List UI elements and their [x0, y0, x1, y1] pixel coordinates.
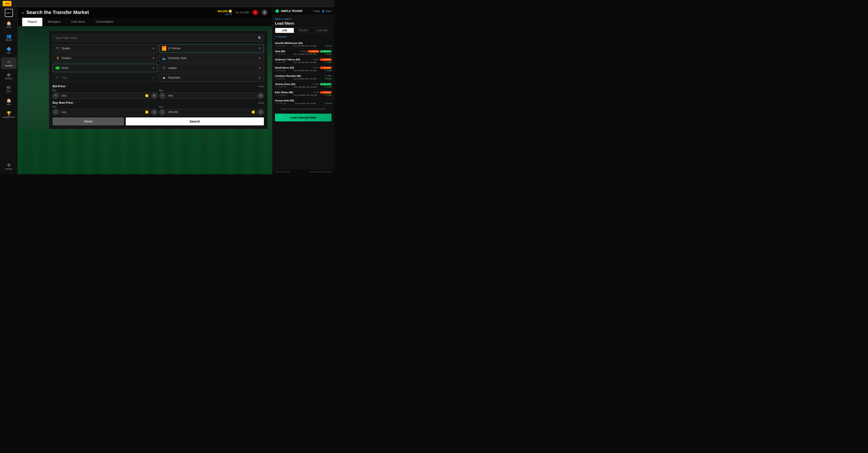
trader-player-item[interactable]: Svenja Huth (85) <~1 mins left Buy <4 10… [275, 98, 332, 106]
buy-min-field[interactable]: Any [60, 109, 150, 115]
bid-min-field[interactable]: Any [60, 92, 150, 99]
special-filter[interactable]: UT UT Heroes ✕ [159, 44, 264, 53]
bid-min-plus-button[interactable]: + [151, 92, 157, 99]
quality-icon: 🛡 [56, 46, 60, 51]
trader-prices: Buy <21 500 Sell ~23 250 [294, 94, 317, 96]
league-filter[interactable]: 🛡 League ▼ [159, 64, 264, 72]
est-date: Est. Oct 2020 [236, 11, 249, 14]
trader-time: ~4 mins left [275, 69, 285, 72]
refresh-button[interactable]: ↻ Refresh [275, 35, 332, 38]
ea-badge: EAUT [5, 9, 13, 17]
pct-badge: ▼ 50% [300, 50, 307, 52]
trader-player-item[interactable]: Saúl (85) ▼ 50%🔺 SUPPLY▲ PROFIT+ ~5 mins… [275, 49, 332, 57]
bid-max-minus-button[interactable]: − [159, 92, 165, 99]
sidebar-item-stadium[interactable]: 🏟 Stadium [1, 70, 17, 82]
league-shield-icon: 🛡 [162, 66, 166, 70]
buy-min-label: Min: [53, 106, 157, 108]
buy-now-price-clear[interactable]: Clear [258, 102, 264, 104]
trader-player-name: Henrikh Mkhitaryan (84) [275, 42, 303, 45]
trader-badges: ▼ 50%🔺 SUPPLY▲ PROFIT+ [300, 50, 332, 53]
nationality-filter-left: Brazil [56, 66, 68, 70]
chemistry-boot-icon: 👟 [162, 56, 166, 60]
tab-players[interactable]: Players [22, 18, 42, 26]
trader-player-item[interactable]: Edin Džeko (88) ▼ 33%🔺 SUPPLY <~1 mins l… [275, 90, 332, 98]
bid-max-plus-button[interactable]: + [258, 92, 264, 99]
playstyles-filter-left: ◆ PlayStyles [162, 76, 181, 80]
buy-max-field[interactable]: 400,000 [166, 109, 257, 115]
club-filter[interactable]: 🛡 Club ▼ [53, 74, 158, 82]
quality-filter[interactable]: 🛡 Quality ▼ [53, 44, 158, 53]
tab-managers[interactable]: Managers [42, 18, 66, 26]
simple-trader-logo: SIMPLE TRADER [275, 9, 303, 13]
load-filters-title: Load filters [275, 22, 332, 26]
settings-icon: ⚙ [7, 163, 11, 167]
trader-prices: Buy <32 000 Sell ~34 250 [293, 69, 316, 72]
reset-button[interactable]: Reset [53, 117, 124, 125]
trader-item-bottom: <~1 mins left Buy <4 100 Sell ~4 500 ▼ 8… [275, 102, 332, 105]
trader-player-name: Cristiano Ronaldo (86) [275, 75, 301, 77]
squads-icon: 👥 [6, 34, 11, 38]
supply-badge: 🔺 SUPPLY [320, 58, 332, 61]
playstyles-filter[interactable]: ◆ PlayStyles ▼ [159, 74, 264, 82]
trader-item-bottom: <~1 mins left Buy <21 500 Sell ~23 250 ▼… [275, 94, 332, 96]
buy-max-plus-button[interactable]: + [258, 109, 264, 115]
sidebar-item-store[interactable]: 🛒 Store [1, 83, 17, 95]
filter-tab-live[interactable]: LIVE [275, 28, 294, 33]
trader-player-item[interactable]: David Neres (83) ▼ 57%🔺 SUPPLY ~4 mins l… [275, 65, 332, 73]
player-name-input[interactable] [53, 34, 264, 41]
home-icon: 🏠 [6, 21, 11, 25]
filter-tab-custom[interactable]: CUSTOM [313, 28, 331, 33]
trader-time: ~2 mins left [275, 78, 285, 80]
search-button[interactable]: Search [126, 117, 264, 125]
buy-max-group: Max: − 400,000 + [159, 106, 264, 115]
profit-badge: ▲ PROFIT+ [320, 83, 332, 85]
trader-player-item[interactable]: Cristiano Ronaldo (86) ▼ 49% ~2 mins lef… [275, 73, 332, 81]
left-filter-row: 🛡 Quality ▼ 🧍 Position ▼ [53, 44, 158, 82]
supply-badge: 🔺 SUPPLY [320, 91, 332, 94]
bid-price-clear[interactable]: Clear [258, 85, 264, 88]
sidebar-item-settings[interactable]: ⚙ Settings [1, 161, 17, 172]
profile-icon[interactable]: ⚙ [261, 9, 268, 16]
back-button[interactable]: ‹ [22, 10, 24, 15]
sidebar-item-club[interactable]: 🏠 Club [1, 96, 17, 108]
last-session-bar: LAST SESSION 0 search/0 bid/0 success [272, 169, 334, 174]
buy-min-minus-button[interactable]: − [53, 109, 59, 115]
trader-player-item[interactable]: Henrikh Mkhitaryan (84) ~5 mins left Buy… [275, 40, 332, 49]
trader-player-item[interactable]: Jérémy Doku (81) ▼ 48%▲ PROFIT+ <~1 mins… [275, 81, 332, 90]
filter-tab-preset[interactable]: PRESET [294, 28, 312, 33]
bid-max-field[interactable]: Any [166, 92, 257, 99]
tab-consumables[interactable]: Consumables [90, 18, 119, 26]
bid-price-header: Bid Price: Clear [53, 85, 264, 88]
playstyles-chevron-icon: ▼ [258, 76, 261, 79]
buy-max-minus-button[interactable]: − [159, 109, 165, 115]
uthero-icon: UT [162, 46, 166, 51]
back-to-search-link[interactable]: Back to search [275, 18, 332, 20]
sidebar-item-leaderboards[interactable]: 🏆 Leaderboards [1, 109, 17, 121]
special-clear-icon[interactable]: ✕ [258, 47, 261, 50]
trader-badges: ▼ 57%🔺 SUPPLY [313, 66, 332, 69]
buy-now-price-header: Buy Now Price: Clear [53, 101, 264, 104]
refresh-icon: ↻ [275, 35, 277, 38]
chemistry-filter[interactable]: 👟 Chemistry Style ▼ [159, 54, 264, 62]
tab-club-items[interactable]: Club Items [66, 18, 90, 26]
nationality-clear-icon[interactable]: ✕ [152, 66, 155, 70]
buy-min-plus-button[interactable]: + [151, 109, 157, 115]
always-check-text: Always double-check the purchase and sal… [275, 106, 332, 112]
trader-badges: ▼ 49% [325, 75, 332, 77]
help-button[interactable]: ? Help [313, 10, 320, 13]
nationality-filter[interactable]: Brazil ✕ [53, 64, 158, 72]
bid-min-minus-button[interactable]: − [53, 92, 59, 99]
sidebar-item-squads[interactable]: 👥 Squads [1, 31, 17, 44]
user-button[interactable]: 👤 KTom [321, 10, 332, 13]
trader-player-item[interactable]: Anderson Talisca (84) ▼ 34%🔺 SUPPLY ~5 m… [275, 57, 332, 65]
load-selected-filter-button[interactable]: Load selected filter [275, 114, 332, 121]
filter-grid: 🛡 Quality ▼ 🧍 Position ▼ [53, 44, 264, 82]
position-filter[interactable]: 🧍 Position ▼ [53, 54, 158, 62]
bid-price-inputs: Min: − Any + Max: [53, 89, 264, 99]
sidebar-item-home[interactable]: 🏠 Home [1, 19, 17, 31]
bid-max-label: Max: [159, 89, 264, 92]
sidebar-item-sbc[interactable]: 🔷 SBC [1, 45, 17, 56]
sidebar-item-transfers[interactable]: ↔ Transfers [1, 57, 17, 69]
trader-item-bottom: <~1 mins left Buy <58 000 Sell ~62 500 ▼… [275, 86, 332, 88]
trader-item-bottom: ~5 mins left Buy <25 750 Sell ~27 500 ▼ … [275, 45, 332, 47]
